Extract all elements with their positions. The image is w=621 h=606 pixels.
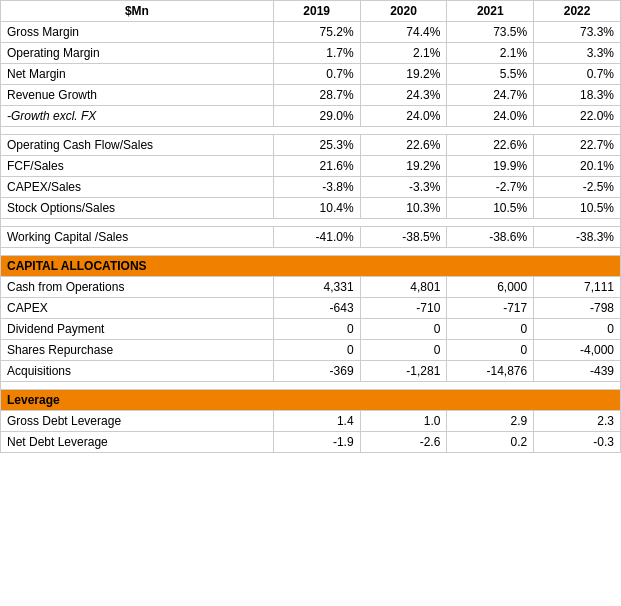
row-value-2022: 22.0%: [534, 106, 621, 127]
row-value-2021: 2.1%: [447, 43, 534, 64]
table-row: Operating Cash Flow/Sales 25.3% 22.6% 22…: [1, 135, 621, 156]
row-label: Acquisitions: [1, 361, 274, 382]
row-value-2020: 24.0%: [360, 106, 447, 127]
row-label: CAPEX/Sales: [1, 177, 274, 198]
table-body: Gross Margin 75.2% 74.4% 73.5% 73.3% Ope…: [1, 22, 621, 453]
row-value-2019: -3.8%: [273, 177, 360, 198]
table-row: Cash from Operations 4,331 4,801 6,000 7…: [1, 277, 621, 298]
table-row: Shares Repurchase 0 0 0 -4,000: [1, 340, 621, 361]
table-row: Net Debt Leverage -1.9 -2.6 0.2 -0.3: [1, 432, 621, 453]
row-value-2021: 5.5%: [447, 64, 534, 85]
table-row: FCF/Sales 21.6% 19.2% 19.9% 20.1%: [1, 156, 621, 177]
table-row: [1, 127, 621, 135]
row-value-2022: -4,000: [534, 340, 621, 361]
row-value-2019: 75.2%: [273, 22, 360, 43]
table-row: Leverage: [1, 390, 621, 411]
row-value-2021: 0: [447, 319, 534, 340]
row-label: Working Capital /Sales: [1, 227, 274, 248]
table-row: [1, 248, 621, 256]
row-value-2021: 73.5%: [447, 22, 534, 43]
row-value-2019: 0: [273, 319, 360, 340]
row-value-2020: 19.2%: [360, 156, 447, 177]
row-label: Revenue Growth: [1, 85, 274, 106]
row-value-2021: -38.6%: [447, 227, 534, 248]
row-label: Stock Options/Sales: [1, 198, 274, 219]
row-value-2022: 3.3%: [534, 43, 621, 64]
row-value-2021: 22.6%: [447, 135, 534, 156]
row-value-2022: 0.7%: [534, 64, 621, 85]
table-row: Gross Margin 75.2% 74.4% 73.5% 73.3%: [1, 22, 621, 43]
row-value-2022: -439: [534, 361, 621, 382]
row-value-2020: 0: [360, 340, 447, 361]
table-header-row: $Mn 2019 2020 2021 2022: [1, 1, 621, 22]
table-row: Dividend Payment 0 0 0 0: [1, 319, 621, 340]
table-row: CAPITAL ALLOCATIONS: [1, 256, 621, 277]
row-value-2019: 1.7%: [273, 43, 360, 64]
header-2019: 2019: [273, 1, 360, 22]
row-value-2022: 10.5%: [534, 198, 621, 219]
row-value-2021: 10.5%: [447, 198, 534, 219]
row-value-2021: -717: [447, 298, 534, 319]
table-row: CAPEX/Sales -3.8% -3.3% -2.7% -2.5%: [1, 177, 621, 198]
row-value-2020: 74.4%: [360, 22, 447, 43]
row-value-2019: -41.0%: [273, 227, 360, 248]
table-row: Stock Options/Sales 10.4% 10.3% 10.5% 10…: [1, 198, 621, 219]
row-value-2019: 4,331: [273, 277, 360, 298]
row-label: CAPEX: [1, 298, 274, 319]
row-value-2021: 0.2: [447, 432, 534, 453]
row-value-2022: 7,111: [534, 277, 621, 298]
row-value-2020: 10.3%: [360, 198, 447, 219]
row-value-2021: 24.7%: [447, 85, 534, 106]
row-value-2020: -2.6: [360, 432, 447, 453]
row-label: Net Margin: [1, 64, 274, 85]
row-value-2020: 24.3%: [360, 85, 447, 106]
row-value-2022: 0: [534, 319, 621, 340]
row-value-2022: 22.7%: [534, 135, 621, 156]
row-label: Shares Repurchase: [1, 340, 274, 361]
row-value-2021: -14,876: [447, 361, 534, 382]
header-label: $Mn: [1, 1, 274, 22]
row-value-2019: 1.4: [273, 411, 360, 432]
header-2020: 2020: [360, 1, 447, 22]
row-value-2021: -2.7%: [447, 177, 534, 198]
row-value-2020: 4,801: [360, 277, 447, 298]
row-value-2020: 19.2%: [360, 64, 447, 85]
row-value-2021: 2.9: [447, 411, 534, 432]
table-row: Net Margin 0.7% 19.2% 5.5% 0.7%: [1, 64, 621, 85]
row-value-2020: -38.5%: [360, 227, 447, 248]
row-value-2019: 29.0%: [273, 106, 360, 127]
row-value-2021: 6,000: [447, 277, 534, 298]
row-value-2021: 24.0%: [447, 106, 534, 127]
row-label: FCF/Sales: [1, 156, 274, 177]
header-2022: 2022: [534, 1, 621, 22]
row-value-2019: 10.4%: [273, 198, 360, 219]
row-value-2019: -369: [273, 361, 360, 382]
row-value-2019: 25.3%: [273, 135, 360, 156]
table-row: CAPEX -643 -710 -717 -798: [1, 298, 621, 319]
row-value-2020: 0: [360, 319, 447, 340]
row-label: Net Debt Leverage: [1, 432, 274, 453]
row-value-2019: 21.6%: [273, 156, 360, 177]
leverage-section-label: Leverage: [1, 390, 621, 411]
row-label: Cash from Operations: [1, 277, 274, 298]
row-label: -Growth excl. FX: [1, 106, 274, 127]
table-row: Acquisitions -369 -1,281 -14,876 -439: [1, 361, 621, 382]
row-value-2022: 20.1%: [534, 156, 621, 177]
row-value-2022: -0.3: [534, 432, 621, 453]
row-value-2022: -2.5%: [534, 177, 621, 198]
row-value-2019: -643: [273, 298, 360, 319]
row-value-2019: 0: [273, 340, 360, 361]
row-label: Gross Margin: [1, 22, 274, 43]
row-value-2021: 0: [447, 340, 534, 361]
row-value-2020: 22.6%: [360, 135, 447, 156]
table-row: -Growth excl. FX 29.0% 24.0% 24.0% 22.0%: [1, 106, 621, 127]
row-value-2020: -710: [360, 298, 447, 319]
row-value-2020: -3.3%: [360, 177, 447, 198]
row-label: Operating Cash Flow/Sales: [1, 135, 274, 156]
financial-table: $Mn 2019 2020 2021 2022 Gross Margin 75.…: [0, 0, 621, 453]
row-value-2019: -1.9: [273, 432, 360, 453]
table-row: [1, 382, 621, 390]
row-value-2020: -1,281: [360, 361, 447, 382]
row-value-2022: 18.3%: [534, 85, 621, 106]
header-2021: 2021: [447, 1, 534, 22]
